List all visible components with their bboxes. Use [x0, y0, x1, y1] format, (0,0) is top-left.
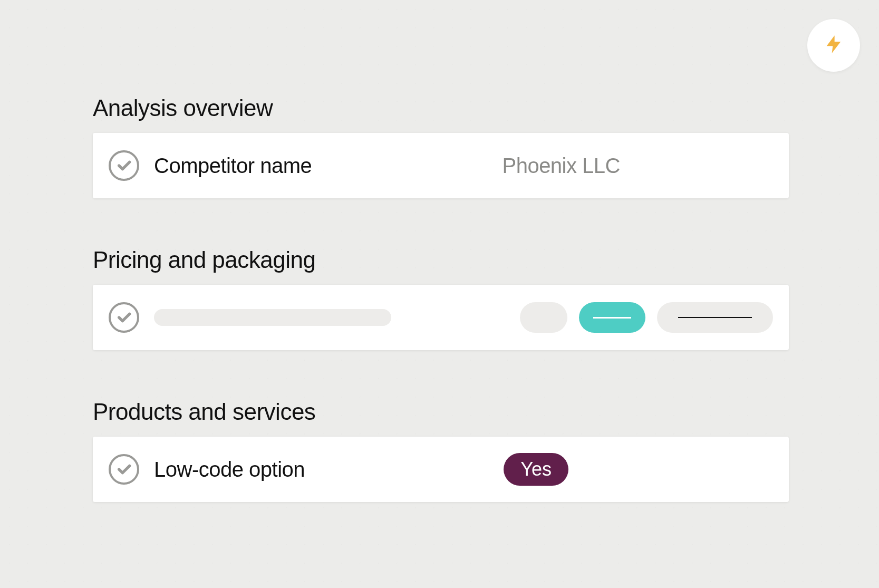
section-heading-products: Products and services [93, 399, 789, 425]
lightning-button[interactable] [807, 19, 860, 72]
pill-option-outlined[interactable] [657, 302, 773, 333]
check-circle-icon [109, 302, 139, 333]
check-circle-icon [109, 150, 139, 181]
field-label-low-code: Low-code option [154, 458, 305, 481]
section-heading-pricing: Pricing and packaging [93, 247, 789, 273]
main-content: Analysis overview Competitor name Phoeni… [93, 95, 789, 551]
pill-content-line [678, 317, 752, 318]
card-competitor-name[interactable]: Competitor name Phoenix LLC [93, 133, 789, 198]
pill-option-grey[interactable] [520, 302, 567, 333]
section-heading-analysis: Analysis overview [93, 95, 789, 121]
pill-option-selected[interactable] [579, 302, 645, 333]
field-value-competitor-name: Phoenix LLC [502, 154, 620, 178]
pricing-row-placeholders [154, 302, 773, 333]
section-analysis-overview: Analysis overview Competitor name Phoeni… [93, 95, 789, 198]
card-pricing[interactable] [93, 285, 789, 350]
pill-content-line [593, 317, 631, 319]
lightning-icon [823, 34, 844, 57]
field-label-competitor-name: Competitor name [154, 154, 312, 178]
placeholder-bar [154, 309, 391, 326]
check-circle-icon [109, 454, 139, 485]
badge-yes[interactable]: Yes [504, 453, 568, 486]
section-pricing-packaging: Pricing and packaging [93, 247, 789, 350]
section-products-services: Products and services Low-code option Ye… [93, 399, 789, 502]
card-low-code-option[interactable]: Low-code option Yes [93, 437, 789, 502]
